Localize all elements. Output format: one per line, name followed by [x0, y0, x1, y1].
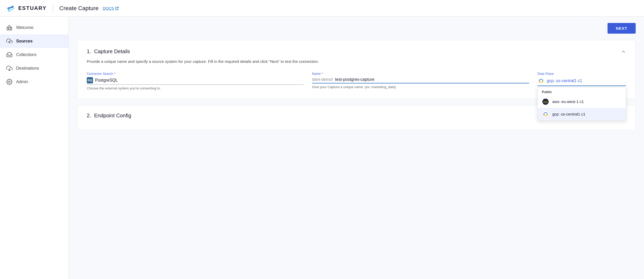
data-plane-value: gcp: us-central1 c1 — [547, 78, 582, 83]
svg-rect-0 — [7, 28, 12, 30]
page-title: Create Capture — [59, 5, 98, 12]
svg-text:PG: PG — [88, 79, 92, 82]
body-layout: Welcome Sources Collections Destina — [0, 17, 644, 279]
sidebar-item-collections-label: Collections — [16, 52, 36, 57]
dropdown-group-label: Public — [538, 87, 626, 95]
external-link-icon — [115, 7, 119, 10]
connector-hint: Choose the external system you're connec… — [87, 86, 304, 90]
gcp-icon-2 — [542, 111, 549, 118]
upload-cloud-icon — [6, 38, 13, 44]
connector-search-field: Connector Search * PG PostgreSQL Choose … — [87, 72, 304, 90]
logo: ESTUARY — [6, 4, 47, 13]
svg-point-6 — [538, 78, 544, 84]
settings-icon — [6, 79, 13, 85]
section-header: 1. Capture Details — [87, 48, 626, 54]
connector-input-row[interactable]: PG PostgreSQL — [87, 77, 304, 85]
section-description: Provide a unique name and specify a sour… — [87, 59, 626, 65]
form-row: Connector Search * PG PostgreSQL Choose … — [87, 72, 626, 90]
docs-link[interactable]: DOCS — [103, 6, 119, 10]
sidebar-item-destinations[interactable]: Destinations — [0, 62, 69, 75]
next-button[interactable]: NEXT — [608, 23, 636, 34]
gcp-option-label: gcp: us-central1 c1 — [552, 112, 585, 116]
endpoint-config-title: 2. Endpoint Config — [87, 113, 131, 119]
header-divider — [53, 4, 53, 13]
data-plane-select[interactable]: gcp: us-central1 c1 — [537, 77, 626, 86]
home-icon — [6, 25, 13, 31]
capture-details-title: 1. Capture Details — [87, 48, 130, 54]
svg-point-9 — [542, 111, 549, 117]
data-plane-dropdown: Public AWS aws: eu-west-1 c1 — [537, 87, 626, 121]
svg-text:AWS: AWS — [543, 101, 548, 103]
name-label: Name * — [312, 72, 529, 76]
estuary-logo-icon — [6, 4, 16, 13]
aws-icon: AWS — [542, 98, 549, 105]
name-input-row[interactable]: dani-demo/ test-postgres-capture — [312, 77, 529, 83]
name-field: Name * dani-demo/ test-postgres-capture … — [312, 72, 529, 89]
sidebar-item-welcome-label: Welcome — [16, 25, 33, 30]
svg-point-3 — [9, 81, 10, 83]
postgresql-icon: PG — [87, 77, 93, 83]
dropdown-item-gcp[interactable]: gcp: us-central1 c1 — [538, 108, 626, 120]
download-cloud-icon — [6, 65, 13, 71]
data-plane-label: Data Plane — [537, 72, 626, 76]
name-value: test-postgres-capture — [335, 77, 374, 82]
app-header: ESTUARY Create Capture DOCS — [0, 0, 644, 17]
sidebar-item-welcome[interactable]: Welcome — [0, 21, 69, 34]
capture-details-section: 1. Capture Details Provide a unique name… — [77, 40, 636, 99]
sidebar-item-sources[interactable]: Sources — [0, 34, 69, 48]
connector-label: Connector Search * — [87, 72, 304, 76]
top-action-bar: NEXT — [69, 17, 644, 40]
sidebar-item-admin[interactable]: Admin — [0, 75, 69, 89]
sidebar-item-sources-label: Sources — [16, 39, 33, 44]
connector-value: PostgreSQL — [95, 78, 118, 83]
aws-option-label: aws: eu-west-1 c1 — [552, 99, 584, 104]
sidebar-item-destinations-label: Destinations — [16, 66, 39, 71]
sidebar: Welcome Sources Collections Destina — [0, 17, 69, 279]
dropdown-item-aws[interactable]: AWS aws: eu-west-1 c1 — [538, 95, 626, 108]
main-content: NEXT 1. Capture Details Provide a unique… — [69, 17, 644, 279]
logo-text: ESTUARY — [18, 5, 47, 11]
name-prefix: dani-demo/ — [312, 77, 333, 82]
sidebar-item-admin-label: Admin — [16, 80, 28, 84]
sidebar-item-collections[interactable]: Collections — [0, 48, 69, 62]
data-plane-field: Data Plane gcp: us — [537, 72, 626, 86]
inbox-icon — [6, 52, 13, 58]
gcp-icon — [537, 77, 545, 84]
chevron-up-icon — [621, 49, 626, 54]
name-hint: Give your Capture a unique name. (ex: ma… — [312, 85, 529, 89]
